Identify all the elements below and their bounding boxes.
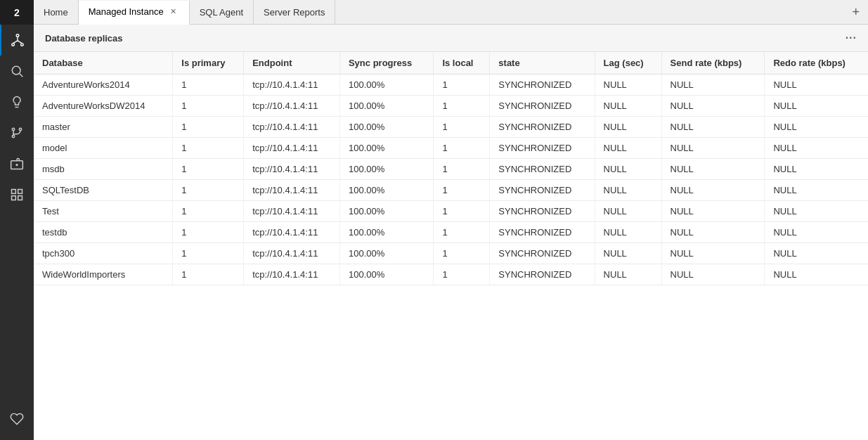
tab-sql-agent[interactable]: SQL Agent <box>190 0 254 24</box>
cell-r9-c8: NULL <box>765 264 868 285</box>
tab-server-reports-label: Server Reports <box>264 7 325 18</box>
col-header-state: state <box>490 52 595 75</box>
table-row: AdventureWorks20141tcp://10.4.1.4:11100.… <box>34 75 868 96</box>
cell-r0-c7: NULL <box>661 75 765 96</box>
cell-r4-c6: NULL <box>595 159 661 180</box>
cell-r5-c8: NULL <box>765 180 868 201</box>
col-header-redo-rate--kbps-: Redo rate (kbps) <box>765 52 868 75</box>
cell-r5-c0: SQLTestDB <box>34 180 173 201</box>
lightbulb-icon[interactable] <box>0 86 34 117</box>
cell-r9-c3: 100.00% <box>339 264 433 285</box>
col-header-is-local: Is local <box>434 52 490 75</box>
cell-r7-c5: SYNCHRONIZED <box>490 222 595 243</box>
content-area: Database replicas ··· DatabaseIs primary… <box>34 25 868 440</box>
svg-point-6 <box>12 66 20 75</box>
cell-r8-c8: NULL <box>765 243 868 264</box>
tab-home[interactable]: Home <box>34 0 79 24</box>
table-row: WideWorldImporters1tcp://10.4.1.4:11100.… <box>34 264 868 285</box>
cell-r8-c5: SYNCHRONIZED <box>490 243 595 264</box>
cell-r7-c3: 100.00% <box>339 222 433 243</box>
tab-home-label: Home <box>44 7 68 18</box>
cell-r9-c5: SYNCHRONIZED <box>490 264 595 285</box>
cell-r7-c2: tcp://10.4.1.4:11 <box>244 222 340 243</box>
cell-r9-c0: WideWorldImporters <box>34 264 173 285</box>
svg-point-9 <box>12 128 14 130</box>
cell-r0-c3: 100.00% <box>339 75 433 96</box>
cell-r3-c0: model <box>34 138 173 159</box>
svg-point-8 <box>12 135 14 137</box>
add-tab-button[interactable]: + <box>843 0 868 24</box>
section-more-button[interactable]: ··· <box>846 32 857 44</box>
search-icon[interactable] <box>0 56 34 86</box>
cell-r5-c2: tcp://10.4.1.4:11 <box>244 180 340 201</box>
tab-managed-instance[interactable]: Managed Instance ✕ <box>79 1 190 25</box>
cell-r4-c5: SYNCHRONIZED <box>490 159 595 180</box>
app-logo: 2 <box>0 0 34 25</box>
cell-r6-c6: NULL <box>595 201 661 222</box>
cell-r1-c7: NULL <box>661 96 765 117</box>
connections-icon[interactable] <box>0 25 34 56</box>
cell-r3-c4: 1 <box>434 138 490 159</box>
tab-managed-instance-close[interactable]: ✕ <box>168 6 179 18</box>
cell-r4-c0: msdb <box>34 159 173 180</box>
cell-r1-c4: 1 <box>434 96 490 117</box>
table-row: tpch3001tcp://10.4.1.4:11100.00%1SYNCHRO… <box>34 243 868 264</box>
cell-r6-c5: SYNCHRONIZED <box>490 201 595 222</box>
cell-r2-c0: master <box>34 117 173 138</box>
cell-r0-c0: AdventureWorks2014 <box>34 75 173 96</box>
health-icon[interactable] <box>0 403 34 434</box>
cell-r7-c1: 1 <box>173 222 244 243</box>
cell-r7-c7: NULL <box>661 222 765 243</box>
cell-r3-c7: NULL <box>661 138 765 159</box>
table-row: AdventureWorksDW20141tcp://10.4.1.4:1110… <box>34 96 868 117</box>
dashboard2-icon[interactable] <box>0 179 34 210</box>
cell-r0-c5: SYNCHRONIZED <box>490 75 595 96</box>
cell-r0-c6: NULL <box>595 75 661 96</box>
col-header-database: Database <box>34 52 173 75</box>
cell-r1-c8: NULL <box>765 96 868 117</box>
cell-r5-c5: SYNCHRONIZED <box>490 180 595 201</box>
col-header-lag--sec-: Lag (sec) <box>595 52 661 75</box>
cell-r4-c2: tcp://10.4.1.4:11 <box>244 159 340 180</box>
cell-r4-c8: NULL <box>765 159 868 180</box>
cell-r9-c4: 1 <box>434 264 490 285</box>
cell-r8-c4: 1 <box>434 243 490 264</box>
packages-icon[interactable] <box>0 148 34 179</box>
cell-r2-c4: 1 <box>434 117 490 138</box>
cell-r8-c1: 1 <box>173 243 244 264</box>
source-control-icon[interactable] <box>0 117 34 148</box>
cell-r4-c1: 1 <box>173 159 244 180</box>
cell-r1-c6: NULL <box>595 96 661 117</box>
cell-r6-c2: tcp://10.4.1.4:11 <box>244 201 340 222</box>
svg-rect-17 <box>12 196 16 200</box>
cell-r5-c3: 100.00% <box>339 180 433 201</box>
cell-r4-c7: NULL <box>661 159 765 180</box>
cell-r0-c8: NULL <box>765 75 868 96</box>
main-area: Home Managed Instance ✕ SQL Agent Server… <box>34 0 868 440</box>
tab-sql-agent-label: SQL Agent <box>200 7 243 18</box>
table-row: msdb1tcp://10.4.1.4:11100.00%1SYNCHRONIZ… <box>34 159 868 180</box>
col-header-is-primary: Is primary <box>173 52 244 75</box>
cell-r3-c6: NULL <box>595 138 661 159</box>
cell-r7-c4: 1 <box>434 222 490 243</box>
svg-line-4 <box>13 41 18 44</box>
cell-r2-c3: 100.00% <box>339 117 433 138</box>
svg-point-10 <box>19 128 21 130</box>
cell-r5-c1: 1 <box>173 180 244 201</box>
svg-point-2 <box>21 44 24 46</box>
cell-r9-c6: NULL <box>595 264 661 285</box>
svg-line-5 <box>18 41 22 44</box>
cell-r3-c1: 1 <box>173 138 244 159</box>
cell-r2-c7: NULL <box>661 117 765 138</box>
cell-r1-c0: AdventureWorksDW2014 <box>34 96 173 117</box>
col-header-endpoint: Endpoint <box>244 52 340 75</box>
svg-rect-16 <box>18 190 22 194</box>
cell-r1-c2: tcp://10.4.1.4:11 <box>244 96 340 117</box>
cell-r3-c3: 100.00% <box>339 138 433 159</box>
table-row: Test1tcp://10.4.1.4:11100.00%1SYNCHRONIZ… <box>34 201 868 222</box>
cell-r7-c6: NULL <box>595 222 661 243</box>
section-title: Database replicas <box>45 33 123 44</box>
tab-server-reports[interactable]: Server Reports <box>254 0 335 24</box>
table-row: model1tcp://10.4.1.4:11100.00%1SYNCHRONI… <box>34 138 868 159</box>
cell-r9-c7: NULL <box>661 264 765 285</box>
